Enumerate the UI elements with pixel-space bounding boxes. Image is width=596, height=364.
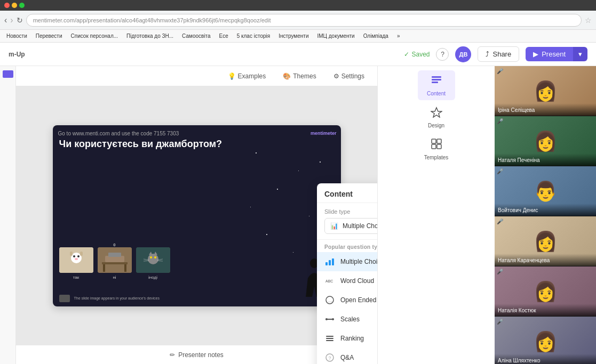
svg-rect-42 (432, 76, 441, 78)
svg-rect-24 (325, 262, 328, 265)
bookmark-4[interactable]: Самоосвіта (180, 32, 212, 40)
answer-image-cat (136, 247, 170, 273)
left-sidebar (0, 66, 16, 364)
svg-rect-48 (437, 144, 441, 149)
play-icon: ▶ (533, 50, 538, 58)
settings-icon: ⚙ (333, 72, 339, 80)
settings-nav[interactable]: ⚙ Settings (329, 70, 369, 82)
video-cell-5: 👩 🎤 Аліна Шляхтенко (495, 317, 596, 364)
svg-rect-7 (80, 252, 83, 256)
bookmarks-bar: Новости Перевести Список персонал... Під… (0, 30, 596, 43)
answer-image-desk (98, 247, 132, 273)
video-name-4: Наталія Костюк (498, 308, 536, 313)
app-container: m-Up ✓ Saved ? ДВ ⤴ Share ▶ Present ▾ (0, 43, 596, 364)
bookmark-5[interactable]: Есе (217, 32, 231, 40)
svg-rect-46 (437, 139, 441, 143)
design-panel-btn[interactable]: Design (418, 102, 455, 132)
slide-thumbnail-mini[interactable] (3, 70, 13, 78)
video-name-1: Наталя Печеніна (498, 157, 540, 163)
content-panel-btn[interactable]: Content (418, 70, 455, 100)
templates-icon (431, 138, 442, 152)
bookmark-3[interactable]: Підготовка до ЗН... (124, 32, 176, 40)
bookmark-0[interactable]: Новости (4, 32, 29, 40)
word-cloud-icon: ABC (324, 276, 335, 286)
slide-preview[interactable]: Go to www.menti.com and use the code 715… (53, 125, 341, 306)
star-btn[interactable]: ☆ (585, 16, 592, 25)
pencil-icon: ✏ (170, 351, 175, 359)
divider (317, 239, 377, 240)
popular-types-label: Popular question types (317, 242, 377, 252)
svg-text:…: … (328, 298, 332, 303)
label-1: ні (113, 275, 116, 280)
slide-type-label: Slide type (317, 203, 377, 218)
back-btn[interactable]: ‹ (4, 15, 7, 25)
forward-btn[interactable]: › (10, 15, 13, 25)
right-panel-icons: Content Design Templates (378, 66, 495, 168)
svg-point-16 (150, 256, 152, 258)
canvas-content: Go to www.menti.com and use the code 715… (16, 86, 377, 345)
help-button[interactable]: ? (436, 48, 449, 61)
slide-footer-text: The slide image appears in your audience… (74, 296, 160, 300)
video-cell-2: 👨 🎤 Войтович Денис (495, 166, 596, 216)
browser-chrome (0, 0, 596, 11)
slide-goto-text: Go to www.menti.com and use the code 715… (58, 131, 288, 136)
slide-type-dropdown[interactable]: 📊 Multiple Choice ▾ (324, 218, 377, 234)
presenter-notes-button[interactable]: ✏ Presenter notes (164, 349, 229, 361)
svg-rect-10 (103, 264, 105, 272)
canvas-top-nav: 💡 Examples 🎨 Themes ⚙ Settings (16, 66, 377, 86)
svg-rect-34 (326, 338, 333, 339)
slide-question: Чи користуєтесь ви джамбортом? (59, 138, 234, 150)
bookmark-8[interactable]: ІМЦ документи (315, 32, 357, 40)
examples-icon: 💡 (228, 72, 236, 80)
slide-answer-images: 0 (59, 247, 170, 280)
multiple-choice-icon (324, 256, 335, 267)
share-icon: ⤴ (486, 50, 489, 58)
answer-image-dog (59, 247, 93, 273)
bookmark-more[interactable]: » (395, 32, 402, 40)
bookmark-1[interactable]: Перевести (34, 32, 65, 40)
mic-icon-0: 🎤 (497, 68, 503, 74)
video-cell-0: 👩 🎤 Іріна Селіщева (495, 66, 596, 116)
share-button[interactable]: ⤴ Share (478, 46, 519, 62)
templates-panel-btn[interactable]: Templates (418, 134, 455, 164)
qa-icon: ? (324, 352, 335, 363)
menu-item-ranking[interactable]: Ranking (317, 329, 377, 348)
mic-icon-1: 🎤 (497, 118, 503, 124)
count-2: 0 (114, 243, 116, 247)
content-panel-title: Content (324, 190, 353, 198)
bookmark-2[interactable]: Список персонал... (69, 32, 121, 40)
themes-nav[interactable]: 🎨 Themes (279, 70, 320, 82)
slide-image-item-0: 0 (59, 247, 93, 280)
svg-rect-26 (332, 258, 334, 265)
editor-area: 💡 Examples 🎨 Themes ⚙ Settings (0, 66, 596, 364)
video-cell-3: 👩 🎤 Наталя Карaченцева (495, 216, 596, 266)
avatar[interactable]: ДВ (455, 46, 471, 62)
bookmark-7[interactable]: Інструменти (276, 32, 311, 40)
svg-rect-11 (124, 264, 126, 272)
present-button[interactable]: ▶ Present (526, 47, 573, 61)
present-dropdown-btn[interactable]: ▾ (573, 47, 587, 61)
scales-icon (324, 314, 335, 325)
checkmark-icon: ✓ (404, 51, 409, 58)
slide-footer: The slide image appears in your audience… (59, 295, 160, 302)
svg-point-17 (154, 256, 156, 258)
svg-rect-33 (326, 336, 333, 337)
examples-nav[interactable]: 💡 Examples (224, 70, 271, 82)
menu-item-multiple-choice[interactable]: Multiple Choice ✓ (317, 252, 377, 271)
content-icon (431, 74, 442, 88)
reload-btn[interactable]: ↻ (17, 16, 23, 25)
menu-item-word-cloud[interactable]: ABC Word Cloud (317, 271, 377, 290)
bookmark-9[interactable]: Олімпіада (361, 32, 391, 40)
present-btn-group: ▶ Present ▾ (526, 47, 587, 61)
menu-item-qa[interactable]: ? Q&A (317, 348, 377, 364)
svg-rect-47 (432, 144, 436, 149)
svg-rect-9 (102, 262, 128, 264)
bookmark-6[interactable]: 5 клас історія (235, 32, 272, 40)
menu-item-open-ended[interactable]: … Open Ended (317, 290, 377, 310)
video-cell-1: 👩 🎤 Наталя Печеніна (495, 116, 596, 166)
url-bar[interactable]: mentimeter.com/app/presentation/alco46ag… (26, 14, 582, 27)
svg-text:ABC: ABC (325, 279, 333, 283)
menu-item-scales[interactable]: Scales (317, 310, 377, 329)
design-icon (431, 106, 442, 120)
svg-text:?: ? (329, 355, 331, 361)
